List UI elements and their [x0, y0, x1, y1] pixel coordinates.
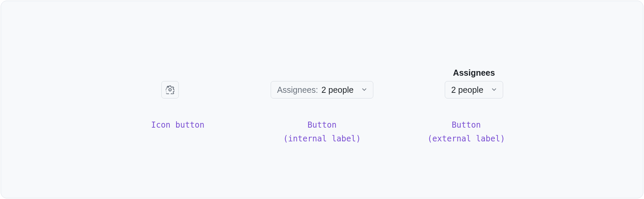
gear-icon: [166, 85, 174, 94]
internal-label-column: Assignees: 2 people: [271, 81, 373, 98]
chevron-down-icon: [362, 88, 367, 91]
internal-caption-col: Button (internal label): [278, 118, 366, 146]
chevron-down-icon: [491, 88, 497, 91]
icon-button-caption-col: Icon button: [134, 118, 221, 132]
controls-row: Assignees: 2 people Assignees 2 people: [1, 68, 643, 98]
icon-button-column: [126, 81, 214, 98]
assignees-internal-prefix: Assignees:: [277, 86, 318, 94]
assignees-internal-value: 2 people: [321, 86, 354, 94]
external-label-column: Assignees 2 people: [430, 68, 518, 98]
assignees-external-label: Assignees: [453, 68, 495, 78]
assignees-external-button[interactable]: 2 people: [445, 81, 503, 98]
external-caption-col: Button (external label): [423, 118, 510, 146]
icon-button-caption: Icon button: [151, 118, 205, 132]
captions-row: Icon button Button (internal label) Butt…: [1, 118, 643, 146]
internal-label-caption: Button (internal label): [283, 118, 361, 146]
example-panel: Assignees: 2 people Assignees 2 people I…: [1, 1, 643, 198]
external-label-caption: Button (external label): [427, 118, 505, 146]
assignees-external-value: 2 people: [451, 86, 483, 94]
assignees-internal-button[interactable]: Assignees: 2 people: [271, 81, 373, 98]
settings-icon-button[interactable]: [161, 81, 179, 98]
